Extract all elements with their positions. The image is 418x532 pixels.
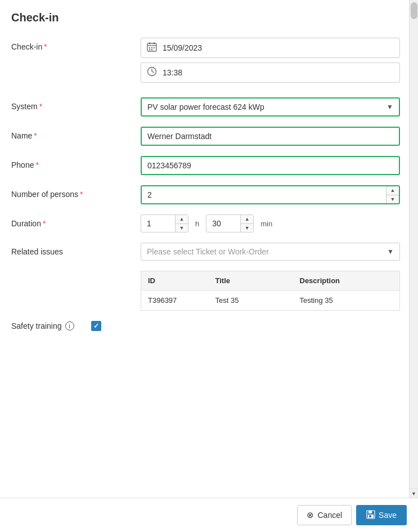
hours-input-group: 1 ▲ ▼ (141, 214, 188, 233)
clock-icon (147, 66, 157, 79)
system-label: System* (11, 97, 141, 111)
table-row: T396397Test 35Testing 35 (141, 290, 400, 311)
checkin-date-row: Check-in* (11, 38, 400, 87)
num-persons-up-button[interactable]: ▲ (386, 186, 399, 195)
col-header-title: Title (209, 271, 293, 290)
system-select[interactable]: PV solar power forecast 624 kWp ▼ (141, 97, 400, 117)
form-content: Check-in Check-in* (0, 0, 409, 498)
num-persons-down-button[interactable]: ▼ (386, 195, 399, 204)
minutes-input-group: 30 ▲ ▼ (206, 214, 254, 233)
col-header-description: Description (293, 271, 400, 290)
safety-training-row: Safety training i (11, 321, 400, 331)
svg-rect-15 (369, 515, 371, 517)
svg-rect-13 (368, 511, 372, 513)
cell-id: T396397 (141, 290, 209, 311)
safety-label-group: Safety training i (11, 321, 74, 330)
num-persons-spinner: ▲ ▼ (386, 186, 399, 203)
page-container: Check-in Check-in* (0, 0, 418, 532)
related-issues-control: Please select Ticket or Work-Order ▼ (141, 243, 400, 261)
hours-down-button[interactable]: ▼ (176, 224, 188, 233)
page-title: Check-in (11, 11, 400, 24)
related-issues-label: Related issues (11, 243, 141, 256)
right-scrollbar[interactable]: ▲ ▼ (409, 0, 418, 498)
table-header-row: ID Title Description (141, 271, 400, 290)
num-persons-row: Number of persons* 2 ▲ ▼ (11, 185, 400, 204)
table-header: ID Title Description (141, 271, 400, 290)
table-body: T396397Test 35Testing 35 (141, 290, 400, 311)
num-persons-label: Number of persons* (11, 185, 141, 199)
name-control (141, 127, 400, 146)
cell-description: Testing 35 (293, 290, 400, 311)
checkin-inputs: 15/09/2023 13:38 (141, 38, 400, 87)
phone-label: Phone* (11, 156, 141, 169)
svg-rect-6 (154, 47, 155, 48)
date-input-wrapper[interactable]: 15/09/2023 (141, 38, 400, 58)
minutes-down-button[interactable]: ▼ (241, 224, 253, 233)
time-input-wrapper[interactable]: 13:38 (141, 62, 400, 83)
num-persons-input-wrapper: 2 ▲ ▼ (141, 185, 400, 204)
phone-control (141, 156, 400, 175)
num-persons-value: 2 (142, 186, 386, 203)
related-issues-chevron-icon: ▼ (387, 248, 394, 256)
name-row: Name* (11, 127, 400, 146)
hours-spinner: ▲ ▼ (175, 215, 188, 232)
content-with-scrollbar: Check-in Check-in* (0, 0, 418, 498)
duration-row: Duration* 1 ▲ ▼ h 30 (11, 214, 400, 233)
system-control: PV solar power forecast 624 kWp ▼ (141, 97, 400, 117)
name-input[interactable] (141, 127, 400, 146)
svg-rect-5 (151, 47, 152, 48)
related-issues-row: Related issues Please select Ticket or W… (11, 243, 400, 261)
num-persons-control: 2 ▲ ▼ (141, 185, 400, 204)
safety-training-checkbox-wrapper (91, 321, 101, 331)
time-value: 13:38 (163, 68, 182, 77)
svg-rect-7 (149, 49, 150, 50)
save-floppy-icon (366, 510, 375, 521)
phone-input[interactable] (141, 156, 400, 175)
svg-rect-4 (149, 47, 150, 48)
system-row: System* PV solar power forecast 624 kWp … (11, 97, 400, 117)
cancel-button[interactable]: ⊗ Cancel (297, 505, 352, 525)
name-label: Name* (11, 127, 141, 140)
related-issues-placeholder: Please select Ticket or Work-Order (147, 247, 387, 256)
hours-up-button[interactable]: ▲ (176, 215, 188, 224)
footer-bar: ⊗ Cancel Save (0, 498, 418, 532)
save-label: Save (379, 511, 397, 520)
minutes-up-button[interactable]: ▲ (241, 215, 253, 224)
safety-training-checkbox[interactable] (91, 321, 101, 331)
duration-label: Duration* (11, 214, 141, 228)
safety-training-label: Safety training (11, 321, 62, 330)
cancel-label: Cancel (317, 511, 342, 520)
cancel-icon: ⊗ (307, 510, 314, 520)
minutes-unit-label: min (258, 220, 275, 228)
checkin-label: Check-in* (11, 38, 141, 51)
safety-training-info-icon[interactable]: i (65, 321, 74, 330)
minutes-value: 30 (206, 215, 240, 232)
save-button[interactable]: Save (356, 505, 407, 525)
duration-control: 1 ▲ ▼ h 30 ▲ ▼ (141, 214, 400, 233)
col-header-id: ID (141, 271, 209, 290)
chevron-down-icon: ▼ (386, 103, 393, 111)
scrollbar-down-arrow[interactable]: ▼ (409, 489, 418, 498)
system-value: PV solar power forecast 624 kWp (147, 102, 386, 111)
minutes-spinner: ▲ ▼ (240, 215, 253, 232)
date-value: 15/09/2023 (163, 43, 202, 52)
issues-table-wrapper: ID Title Description T396397Test 35Testi… (141, 271, 400, 311)
svg-line-11 (152, 71, 154, 73)
issues-table: ID Title Description T396397Test 35Testi… (141, 271, 400, 311)
cell-title: Test 35 (209, 290, 293, 311)
hours-value: 1 (141, 215, 175, 232)
phone-row: Phone* (11, 156, 400, 175)
calendar-icon (147, 42, 157, 54)
scrollbar-thumb[interactable] (411, 2, 417, 19)
duration-wrapper: 1 ▲ ▼ h 30 ▲ ▼ (141, 214, 400, 233)
hours-unit-label: h (193, 220, 201, 228)
related-issues-select[interactable]: Please select Ticket or Work-Order ▼ (141, 243, 400, 261)
svg-rect-8 (151, 49, 152, 50)
